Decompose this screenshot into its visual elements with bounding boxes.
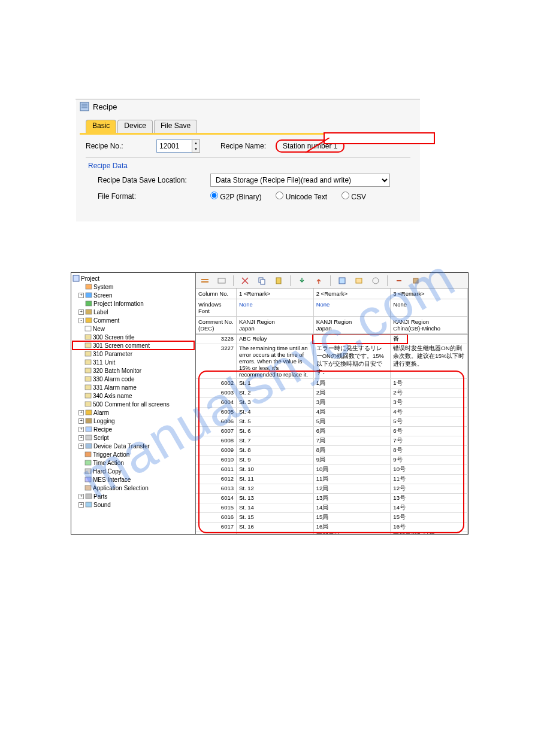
table-row[interactable]: 6008St. 77局7号 (196, 436, 468, 446)
cell-remark-2[interactable]: 12局 (314, 484, 391, 493)
kanji-region-3[interactable]: KANJI RegionChina(GB)-Mincho (391, 317, 468, 333)
cell-remark-2[interactable] (314, 335, 391, 344)
tree-item[interactable]: 331 Alarm name (72, 383, 194, 391)
cell-remark-3[interactable]: 8号 (391, 446, 468, 455)
cell-remark-1[interactable]: The remaining time until an error occurs… (237, 344, 314, 378)
tb-btn-12[interactable] (410, 275, 421, 286)
winfont-1[interactable]: None (237, 299, 314, 316)
tree-item[interactable]: 310 Parameter (72, 350, 194, 358)
cell-remark-2[interactable]: 16局 (314, 523, 391, 532)
tree-item[interactable]: +Sound (72, 500, 194, 509)
expand-icon[interactable]: + (78, 410, 84, 415)
table-row[interactable]: 7002Update Date and Time更新日時更新日期和时间 (196, 532, 468, 534)
cell-remark-3[interactable]: 错误时发生继电器ON的剩余次数。建议在15%以下时进行更换。 (391, 344, 468, 378)
cell-remark-1[interactable]: St. 1 (237, 379, 314, 388)
cell-remark-3[interactable]: 12号 (391, 484, 468, 493)
tree-item[interactable]: Hard Copy (72, 467, 194, 475)
radio-unicode[interactable]: Unicode Text (276, 192, 327, 201)
recipe-no-spinner[interactable]: ▲▼ (192, 139, 200, 153)
tree-item[interactable]: 500 Comment for all screens (72, 400, 194, 408)
cell-remark-2[interactable]: 3局 (314, 398, 391, 407)
tab-basic[interactable]: Basic (86, 120, 116, 133)
cell-remark-1[interactable]: St. 12 (237, 484, 314, 493)
tree-item[interactable]: System (72, 283, 194, 291)
tree-item[interactable]: 320 Batch Monitor (72, 366, 194, 375)
cell-remark-3[interactable]: 5号 (391, 417, 468, 426)
tree-item[interactable]: +Label (72, 308, 194, 316)
cell-remark-3[interactable]: 4号 (391, 408, 468, 417)
cell-remark-2[interactable]: 4局 (314, 408, 391, 417)
cell-remark-3[interactable]: 更新日期和时间 (391, 532, 468, 534)
tb-btn-1[interactable] (200, 275, 210, 286)
cell-remark-1[interactable]: St. 9 (237, 456, 314, 464)
radio-csv[interactable]: CSV (341, 192, 366, 201)
tree-item[interactable]: 330 Alarm code (72, 375, 194, 383)
tree-item[interactable]: Application Selection (72, 484, 194, 492)
cell-remark-1[interactable]: St. 6 (237, 427, 314, 436)
cell-remark-1[interactable]: St. 5 (237, 417, 314, 426)
cell-remark-3[interactable]: 2号 (391, 388, 468, 397)
cell-remark-3[interactable]: 14号 (391, 503, 468, 512)
table-row[interactable]: 6005St. 44局4号 (196, 408, 468, 417)
tb-btn-2[interactable] (216, 275, 227, 286)
cell-remark-1[interactable]: ABC Relay (237, 335, 314, 344)
table-row[interactable]: 6017St. 1616局16号 (196, 523, 468, 532)
tb-btn-11[interactable] (394, 275, 404, 286)
cell-remark-3[interactable]: 15号 (391, 513, 468, 522)
cell-remark-2[interactable]: 6局 (314, 427, 391, 436)
cell-remark-2[interactable]: 13局 (314, 494, 391, 503)
tree-item[interactable]: 300 Screen title (72, 333, 194, 341)
expand-icon[interactable]: + (78, 502, 84, 508)
cell-remark-2[interactable]: エラー時に発生するリレーONの残回数です。15%以下が交換時期の目安です。 (314, 344, 391, 378)
cell-remark-3[interactable]: 1号 (391, 379, 468, 388)
tree-item[interactable]: +Screen (72, 291, 194, 299)
table-row[interactable]: 6011St. 1010局10号 (196, 465, 468, 475)
table-row[interactable]: 6010St. 99局9号 (196, 456, 468, 465)
cell-remark-2[interactable]: 15局 (314, 513, 391, 522)
save-location-select[interactable]: Data Storage (Recipe File)(read and writ… (210, 174, 390, 187)
cell-remark-1[interactable]: St. 13 (237, 494, 314, 503)
col-header-2[interactable]: 2 <Remark> (314, 289, 391, 299)
tree-item[interactable]: MES Interface (72, 475, 194, 484)
table-row[interactable]: 6004St. 33局3号 (196, 398, 468, 408)
table-row[interactable]: 6007St. 66局6号 (196, 427, 468, 436)
cell-remark-3[interactable]: 7号 (391, 436, 468, 445)
tree-root[interactable]: Project (72, 274, 194, 283)
winfont-3[interactable]: None (391, 299, 468, 316)
expand-icon[interactable]: + (78, 427, 84, 432)
radio-g2p[interactable]: G2P (Binary) (210, 192, 261, 201)
cell-remark-1[interactable]: St. 4 (237, 408, 314, 417)
tb-btn-10[interactable] (370, 275, 381, 286)
cell-remark-1[interactable]: St. 10 (237, 465, 314, 474)
tb-import-icon[interactable] (297, 275, 307, 286)
cell-remark-3[interactable]: 3号 (391, 398, 468, 407)
tb-btn-9[interactable] (353, 275, 364, 286)
expand-icon[interactable]: + (78, 494, 84, 499)
cell-remark-3[interactable]: 11号 (391, 475, 468, 484)
table-row[interactable]: 6013St. 1212局12号 (196, 484, 468, 494)
tb-cut-icon[interactable] (240, 275, 250, 286)
cell-remark-2[interactable]: 10局 (314, 465, 391, 474)
cell-remark-1[interactable]: St. 11 (237, 475, 314, 484)
cell-remark-3[interactable]: 10号 (391, 465, 468, 474)
table-row[interactable]: 6003St. 22局2号 (196, 388, 468, 398)
cell-remark-3[interactable]: 番 (391, 335, 468, 344)
table-row[interactable]: 6009St. 88局8号 (196, 446, 468, 456)
cell-remark-2[interactable]: 更新日時 (314, 532, 391, 534)
cell-remark-1[interactable]: St. 2 (237, 388, 314, 397)
cell-remark-3[interactable]: 16号 (391, 523, 468, 532)
cell-remark-2[interactable]: 14局 (314, 503, 391, 512)
tree-item[interactable]: +Device Data Transfer (72, 442, 194, 450)
cell-remark-1[interactable]: Update Date and Time (237, 532, 314, 534)
tree-item[interactable]: +Alarm (72, 408, 194, 417)
cell-remark-1[interactable]: St. 14 (237, 503, 314, 512)
winfont-2[interactable]: None (314, 299, 391, 316)
cell-remark-1[interactable]: St. 15 (237, 513, 314, 522)
expand-icon[interactable]: + (78, 309, 84, 315)
table-row[interactable]: 3226ABC Relay番 (196, 335, 468, 344)
tree-item[interactable]: Trigger Action (72, 450, 194, 459)
tb-paste-icon[interactable] (273, 275, 284, 286)
tree-item[interactable]: 340 Axis name (72, 391, 194, 400)
cell-remark-3[interactable]: 9号 (391, 456, 468, 464)
tree-item[interactable]: 311 Unit (72, 358, 194, 366)
